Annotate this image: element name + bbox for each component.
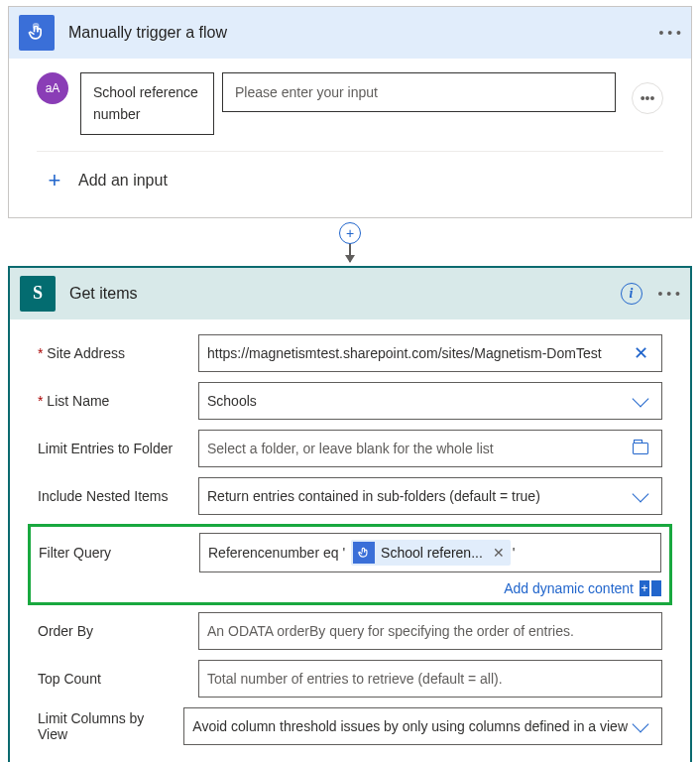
filter-query-input[interactable]: Referencenumber eq ' School referen... ✕… — [199, 533, 661, 572]
limit-folder-label: Limit Entries to Folder — [38, 441, 198, 456]
trigger-body: aA School reference number Please enter … — [9, 59, 691, 217]
add-input-button[interactable]: + Add an input — [37, 152, 663, 199]
chevron-down-icon[interactable] — [628, 393, 653, 409]
param-input-box[interactable]: Please enter your input — [222, 72, 616, 112]
limit-columns-select[interactable]: Avoid column threshold issues by only us… — [183, 707, 662, 745]
get-items-header[interactable]: S Get items i • • • — [10, 268, 690, 319]
hide-advanced-toggle[interactable]: Hide advanced options — [38, 754, 662, 762]
hand-tap-icon — [27, 23, 47, 43]
site-address-input[interactable]: https://magnetismtest.sharepoint.com/sit… — [198, 334, 662, 372]
clear-icon[interactable]: ✕ — [628, 342, 653, 364]
filter-query-highlight: Filter Query Referencenumber eq ' School… — [28, 524, 672, 605]
insert-step-button[interactable]: + — [339, 222, 361, 244]
add-dynamic-content-link[interactable]: Add dynamic content — [504, 580, 634, 596]
dynamic-content-icon[interactable] — [640, 580, 661, 596]
token-label: School referen... — [381, 545, 483, 561]
include-nested-select[interactable]: Return entries contained in sub-folders … — [198, 477, 662, 515]
arrow-down-icon — [349, 242, 351, 262]
limit-columns-label: Limit Columns by View — [38, 710, 183, 742]
param-name-box[interactable]: School reference number — [80, 72, 214, 135]
trigger-title: Manually trigger a flow — [68, 24, 659, 42]
list-name-select[interactable]: Schools — [198, 382, 662, 420]
get-items-title: Get items — [69, 285, 621, 303]
chevron-down-icon[interactable] — [628, 718, 653, 734]
chevron-down-icon[interactable] — [628, 488, 653, 504]
token-remove-icon[interactable]: ✕ — [493, 545, 505, 561]
folder-picker-icon[interactable] — [628, 443, 653, 454]
include-nested-label: Include Nested Items — [38, 488, 198, 504]
hand-tap-icon — [353, 542, 375, 564]
trigger-header[interactable]: Manually trigger a flow • • • — [9, 7, 691, 59]
plus-icon: + — [45, 168, 64, 193]
filter-query-label: Filter Query — [39, 545, 199, 561]
trigger-menu-button[interactable]: • • • — [659, 25, 681, 41]
trigger-icon — [19, 15, 55, 51]
action-menu-button[interactable]: • • • — [658, 286, 680, 302]
param-menu-button[interactable]: ••• — [632, 82, 663, 114]
add-input-label: Add an input — [78, 172, 168, 190]
limit-folder-input[interactable]: Select a folder, or leave blank for the … — [198, 430, 662, 467]
info-icon[interactable]: i — [621, 283, 642, 305]
get-items-card: S Get items i • • • Site Address https:/… — [8, 266, 692, 762]
top-count-label: Top Count — [38, 671, 198, 687]
order-by-input[interactable]: An ODATA orderBy query for specifying th… — [198, 612, 662, 650]
text-param-icon: aA — [37, 72, 68, 104]
site-address-label: Site Address — [38, 345, 198, 361]
sharepoint-icon: S — [20, 276, 56, 312]
top-count-input[interactable]: Total number of entries to retrieve (def… — [198, 660, 662, 698]
trigger-card: Manually trigger a flow • • • aA School … — [8, 6, 692, 218]
order-by-label: Order By — [38, 623, 198, 639]
flow-connector: + — [0, 222, 700, 262]
dynamic-token[interactable]: School referen... ✕ — [351, 540, 511, 566]
get-items-body: Site Address https://magnetismtest.share… — [10, 319, 690, 762]
list-name-label: List Name — [38, 393, 198, 409]
